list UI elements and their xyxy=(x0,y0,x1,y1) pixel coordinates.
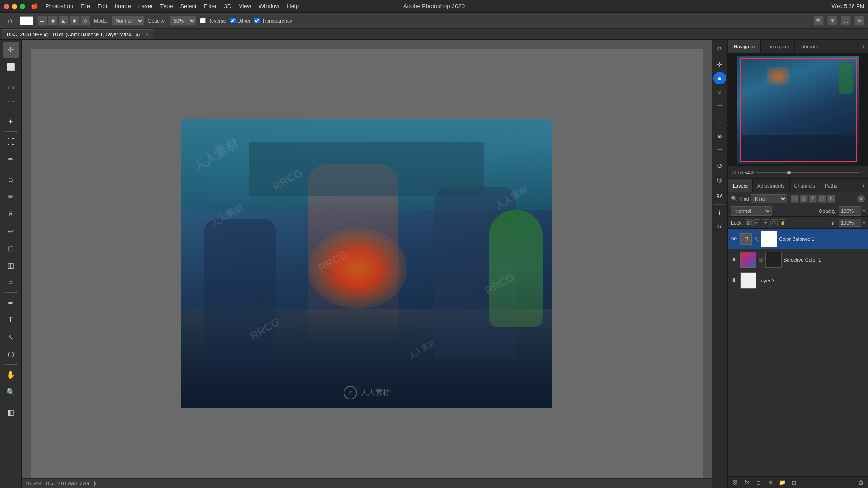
layers-panel-collapse-button[interactable]: ▾ xyxy=(859,179,868,192)
close-button[interactable] xyxy=(4,4,9,9)
warp-strip[interactable]: ⌒ xyxy=(713,102,726,115)
crop-tool[interactable]: ⛶ xyxy=(3,134,19,150)
status-arrow[interactable]: ❯ xyxy=(93,480,97,486)
layer-item-layer-3[interactable]: 👁 Layer 3 xyxy=(728,270,868,291)
menu-select[interactable]: Select xyxy=(180,3,196,9)
gradient-reflected-button[interactable]: ◆ xyxy=(70,16,80,26)
layer-visibility-layer-3[interactable]: 👁 xyxy=(730,277,738,285)
menu-view[interactable]: View xyxy=(239,3,251,9)
transparency-checkbox[interactable] xyxy=(254,18,260,23)
menu-image[interactable]: Image xyxy=(115,3,131,9)
link-layers-button[interactable]: ⛓ xyxy=(730,478,740,487)
zoom-in-icon[interactable]: ▷ xyxy=(861,170,864,175)
history-brush-tool[interactable]: ↩ xyxy=(3,223,19,239)
clone-stamp-tool[interactable]: ⎘ xyxy=(3,206,19,222)
maximize-button[interactable] xyxy=(20,4,25,9)
type-layer-filter[interactable]: T xyxy=(809,195,817,203)
transform-strip[interactable]: ↔ xyxy=(713,116,726,128)
dodge-tool[interactable]: ○ xyxy=(3,274,19,291)
panel-collapse-button[interactable]: ▾ xyxy=(859,40,868,53)
zoom-slider-thumb[interactable] xyxy=(787,171,791,174)
new-layer-button[interactable]: ◻ xyxy=(789,478,799,487)
menu-photoshop[interactable]: Photoshop xyxy=(45,3,73,9)
eraser-tool[interactable]: ◻ xyxy=(3,240,19,256)
search-button[interactable]: 🔍 xyxy=(814,16,824,26)
dither-checkbox[interactable] xyxy=(230,18,236,23)
shape-tool[interactable]: ⬡ xyxy=(3,346,19,362)
lock-position-button[interactable]: ✛ xyxy=(762,219,769,226)
menu-window[interactable]: Window xyxy=(259,3,279,9)
spot-healing-tool[interactable]: ⌂ xyxy=(3,171,19,188)
canvas-area[interactable]: 人人素材 RRCG 人人素材 RRCG 人人素材 RRCG RRCG 人人素材 … xyxy=(22,40,712,488)
pixel-layer-filter[interactable]: ☐ xyxy=(791,195,799,203)
smart-object-filter[interactable]: ⊞ xyxy=(827,195,835,203)
tab-close-button[interactable]: × xyxy=(146,32,149,37)
document-tab[interactable]: DSC_2058.NEF @ 10.5% (Color Balance 1, L… xyxy=(2,29,153,39)
gradient-diamond-button[interactable]: ◇ xyxy=(80,16,90,26)
collapse-left-panel[interactable]: ‹‹ xyxy=(713,42,726,54)
gradient-angle-button[interactable]: ◣ xyxy=(59,16,69,26)
home-button[interactable]: ⌂ xyxy=(4,14,16,27)
gradient-tool[interactable]: ◫ xyxy=(3,257,19,273)
fill-input[interactable] xyxy=(839,219,861,227)
delete-layer-button[interactable]: 🗑 xyxy=(856,478,866,487)
target-strip[interactable]: ◎ xyxy=(713,173,726,186)
tab-channels[interactable]: Channels xyxy=(790,179,820,192)
blend-mode-select[interactable]: Normal Dissolve Darken Multiply Color Bu… xyxy=(731,206,772,216)
hue-strip[interactable]: ↺ xyxy=(713,160,726,172)
collapse-right-strip[interactable]: ‹‹ xyxy=(713,220,726,233)
rectangular-marquee-tool[interactable]: ▭ xyxy=(3,79,19,95)
shape-layer-filter[interactable]: ⬡ xyxy=(818,195,826,203)
artboard-tool[interactable]: ⬜ xyxy=(3,59,19,75)
new-fill-adjustment-layer-button[interactable]: ⊕ xyxy=(765,478,775,487)
pen-tool[interactable]: ✒ xyxy=(3,295,19,311)
lock-image-pixels-button[interactable]: ✏ xyxy=(753,219,760,226)
fill-chevron-icon[interactable]: ▾ xyxy=(863,220,865,225)
layer-mask-selective-color-1[interactable] xyxy=(765,252,782,268)
menu-filter[interactable]: Filter xyxy=(204,3,217,9)
menu-help[interactable]: Help xyxy=(287,3,299,9)
tab-histogram[interactable]: Histogram xyxy=(761,40,795,53)
arrange-button[interactable]: ⊞ xyxy=(827,16,837,26)
zoom-tool[interactable]: 🔍 xyxy=(3,384,19,400)
foreground-color-swatch[interactable] xyxy=(20,16,33,25)
tab-navigator[interactable]: Navigator xyxy=(728,40,761,53)
add-layer-mask-button[interactable]: ◻ xyxy=(754,478,764,487)
new-group-button[interactable]: 📁 xyxy=(777,478,787,487)
quick-select-tool[interactable]: ✦ xyxy=(3,113,19,130)
lasso-tool[interactable]: ⌒ xyxy=(3,96,19,113)
tab-paths[interactable]: Paths xyxy=(820,179,842,192)
layer-item-color-balance-1[interactable]: 👁 ⊞ ⛓ Color Balance 1 xyxy=(728,229,868,249)
foreground-bg-tool[interactable]: ◧ xyxy=(3,404,19,420)
gradient-radial-button[interactable]: ◉ xyxy=(48,16,58,26)
tab-libraries[interactable]: Libraries xyxy=(795,40,825,53)
zoom-slider[interactable] xyxy=(756,172,859,173)
menu-layer[interactable]: Layer xyxy=(138,3,153,9)
zoom-out-icon[interactable]: ◁ xyxy=(732,170,736,175)
panel-toggle-button[interactable]: ≫ xyxy=(854,16,864,26)
hand-tool[interactable]: ✋ xyxy=(3,366,19,383)
brush-tool[interactable]: ✏ xyxy=(3,188,19,205)
move-tool-strip[interactable]: ✛ xyxy=(713,58,726,71)
add-layer-style-button[interactable]: fx xyxy=(742,478,752,487)
kind-dropdown[interactable]: Kind Name Effect Mode Attribute Color Sm… xyxy=(751,194,787,203)
lock-all-button[interactable]: 🔒 xyxy=(779,219,786,226)
menu-3d[interactable]: 3D xyxy=(224,3,231,9)
mode-select[interactable]: Normal Dissolve Multiply xyxy=(112,16,144,26)
traffic-lights[interactable] xyxy=(4,4,25,9)
shape-strip[interactable]: ○ xyxy=(713,85,726,98)
layer-visibility-color-balance-1[interactable]: 👁 xyxy=(730,235,738,243)
eyedropper-tool[interactable]: ✒ xyxy=(3,151,19,167)
content-aware-strip[interactable]: ⌀ xyxy=(713,129,726,142)
filter-toggle-button[interactable]: ● xyxy=(857,195,865,203)
color-picker-strip[interactable]: ● xyxy=(713,72,726,84)
move-tool[interactable]: ✛ xyxy=(3,42,19,58)
minimize-button[interactable] xyxy=(12,4,17,9)
reverse-checkbox[interactable] xyxy=(200,18,206,23)
curves-strip[interactable]: ⌒ xyxy=(713,146,726,159)
layer-item-selective-color-1[interactable]: 👁 ⛓ Selective Color 1 xyxy=(728,249,868,270)
menu-file[interactable]: File xyxy=(80,3,90,9)
opacity-chevron-icon[interactable]: ▾ xyxy=(863,208,865,213)
opacity-input[interactable] xyxy=(839,206,861,216)
path-selection-tool[interactable]: ↖ xyxy=(3,329,19,345)
